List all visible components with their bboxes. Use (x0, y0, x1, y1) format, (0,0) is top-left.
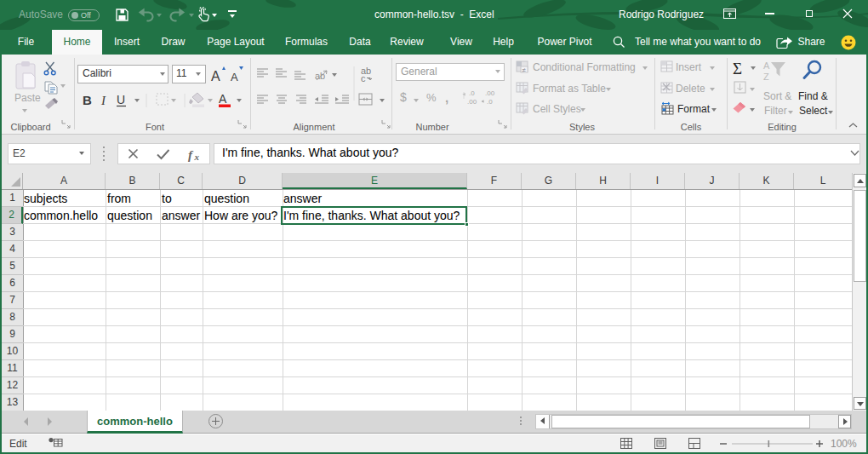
svg-text:.00: .00 (485, 89, 495, 97)
svg-text:Σ: Σ (733, 60, 742, 78)
svg-text:A: A (219, 92, 227, 106)
svg-text:c: c (361, 73, 366, 83)
svg-text:A: A (763, 60, 770, 71)
svg-text:.0: .0 (469, 89, 475, 97)
svg-text:B: B (83, 93, 92, 107)
svg-text:.00: .00 (467, 98, 477, 106)
svg-text:≠: ≠ (523, 66, 527, 74)
svg-text:f: f (188, 148, 194, 162)
svg-text:ab: ab (315, 71, 325, 81)
svg-text:.0: .0 (487, 98, 493, 106)
svg-text:A: A (231, 71, 238, 83)
svg-text:U: U (117, 93, 125, 106)
svg-text:I: I (100, 94, 106, 107)
svg-text:x: x (194, 152, 200, 162)
svg-text:Z: Z (763, 72, 769, 82)
svg-text:A: A (211, 69, 220, 83)
